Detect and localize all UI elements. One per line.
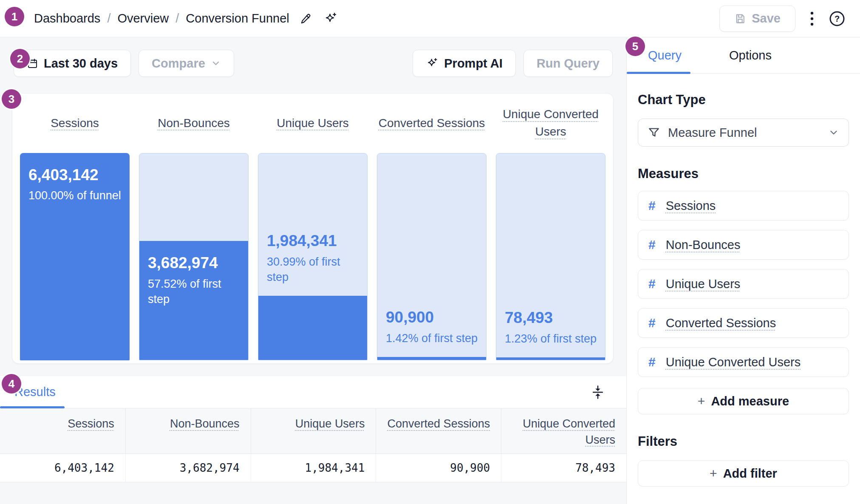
number-measure-icon: # [648,277,656,291]
number-measure-icon: # [648,316,656,330]
funnel-bar-labels: 1,984,341 30.99% of first step [267,232,362,285]
cell-unique-converted-users: 78,493 [501,454,626,482]
results-table-header-row: Sessions Non-Bounces Unique Users Conver… [0,408,626,454]
collapse-panel-icon[interactable] [591,385,604,399]
funnel-value: 3,682,974 [148,254,243,272]
prompt-ai-button[interactable]: Prompt AI [413,50,515,77]
chart-type-heading: Chart Type [638,92,849,108]
chevron-down-icon [828,127,839,138]
filters-heading: Filters [638,434,849,449]
breadcrumb-dashboards[interactable]: Dashboards [34,11,100,25]
funnel-step-label[interactable]: Non-Bounces [139,93,249,153]
funnel-step-non-bounces: Non-Bounces 3,682,974 57.52% of first st… [139,93,249,363]
number-measure-icon: # [648,355,656,369]
funnel-percent: 30.99% of first step [267,254,362,285]
svg-text:?: ? [835,14,840,23]
run-query-button[interactable]: Run Query [523,50,613,77]
measure-item-unique-converted-users[interactable]: # Unique Converted Users [638,347,849,377]
funnel-bar-labels: 78,493 1.23% of first step [505,309,600,346]
tab-query[interactable]: Query [648,48,682,62]
funnel-step-label[interactable]: Sessions [20,93,130,153]
breadcrumb: Dashboards / Overview / Conversion Funne… [34,11,289,25]
measure-item-sessions[interactable]: # Sessions [638,191,849,221]
tab-options[interactable]: Options [729,48,772,62]
top-header: Dashboards / Overview / Conversion Funne… [0,0,860,37]
plus-icon: + [710,466,717,481]
funnel-bar-labels: 3,682,974 57.52% of first step [148,254,243,307]
funnel-value: 1,984,341 [267,232,362,250]
funnel-step-unique-converted-users: Unique Converted Users 78,493 1.23% of f… [496,93,605,363]
cell-converted-sessions: 90,900 [376,454,501,482]
breadcrumb-current-page: Conversion Funnel [186,11,289,25]
column-header-non-bounces[interactable]: Non-Bounces [125,408,251,453]
breadcrumb-separator: / [175,11,179,25]
cell-non-bounces: 3,682,974 [125,454,251,482]
chart-type-value: Measure Funnel [668,126,757,140]
funnel-percent: 1.42% of first step [386,331,481,346]
add-measure-button[interactable]: + Add measure [638,388,849,414]
plus-icon: + [698,394,705,408]
funnel-bar-labels: 90,900 1.42% of first step [386,308,481,346]
results-section-header: Results [0,376,626,408]
funnel-step-label[interactable]: Unique Converted Users [496,93,605,153]
measure-item-non-bounces[interactable]: # Non-Bounces [638,230,849,260]
query-canvas: Last 30 days Compare Prompt AI Run Query [0,38,626,504]
funnel-chart-card: Sessions 6,403,142 100.00% of funnel Non… [12,93,614,364]
funnel-value: 6,403,142 [28,166,124,184]
measure-item-unique-users[interactable]: # Unique Users [638,269,849,299]
funnel-step-unique-users: Unique Users 1,984,341 30.99% of first s… [258,93,368,363]
add-filter-button[interactable]: + Add filter [638,460,849,487]
funnel-bar-fill [496,357,605,360]
kebab-menu-icon[interactable] [810,10,814,27]
breadcrumb-separator: / [107,11,110,25]
save-button[interactable]: Save [719,6,795,32]
funnel-step-label[interactable]: Unique Users [258,93,368,153]
breadcrumb-overview[interactable]: Overview [117,11,169,25]
funnel-step-sessions: Sessions 6,403,142 100.00% of funnel [20,93,130,363]
results-table-data-row: 6,403,142 3,682,974 1,984,341 90,900 78,… [0,454,626,482]
date-range-button[interactable]: Last 30 days [14,50,131,77]
chart-type-select[interactable]: Measure Funnel [638,119,849,147]
active-tab-indicator [627,72,690,74]
funnel-bar[interactable]: 90,900 1.42% of first step [377,153,487,360]
cell-sessions: 6,403,142 [0,454,125,482]
funnel-value: 90,900 [386,308,481,327]
funnel-bar[interactable]: 3,682,974 57.52% of first step [139,153,249,360]
annotation-badge-4: 4 [2,374,21,394]
funnel-bar[interactable]: 78,493 1.23% of first step [496,153,605,360]
annotation-badge-5: 5 [625,37,645,56]
column-header-converted-sessions[interactable]: Converted Sessions [376,408,501,453]
column-header-unique-converted-users[interactable]: Unique Converted Users [501,408,626,453]
help-icon[interactable]: ? [829,10,846,27]
column-header-sessions[interactable]: Sessions [0,408,125,453]
cell-unique-users: 1,984,341 [251,454,376,482]
annotation-badge-1: 1 [5,7,24,26]
number-measure-icon: # [648,198,656,213]
funnel-bar-labels: 6,403,142 100.00% of funnel [28,166,124,204]
funnel-bar[interactable]: 6,403,142 100.00% of funnel [20,153,130,360]
ai-sparkle-icon[interactable] [323,11,338,26]
app-window: Dashboards / Overview / Conversion Funne… [0,0,860,504]
compare-button[interactable]: Compare [139,50,234,77]
measures-heading: Measures [638,166,849,181]
panel-tabs: Query Options [627,38,860,74]
edit-title-pencil-icon[interactable] [300,12,312,25]
results-table: Sessions Non-Bounces Unique Users Conver… [0,408,626,482]
funnel-step-converted-sessions: Converted Sessions 90,900 1.42% of first… [377,93,487,363]
column-header-unique-users[interactable]: Unique Users [251,408,376,453]
funnel-bar[interactable]: 1,984,341 30.99% of first step [258,153,368,360]
funnel-percent: 57.52% of first step [148,276,243,307]
funnel-bar-fill [377,357,486,360]
funnel-bar-fill [258,296,367,360]
query-builder-panel: Query Options Chart Type Measure Funnel … [626,38,860,504]
funnel-step-label[interactable]: Converted Sessions [377,93,487,153]
annotation-badge-2: 2 [10,49,30,68]
number-measure-icon: # [648,238,656,252]
funnel-percent: 100.00% of funnel [28,188,124,203]
measure-item-converted-sessions[interactable]: # Converted Sessions [638,308,849,338]
query-toolbar: Last 30 days Compare Prompt AI Run Query [0,38,626,89]
funnel-value: 78,493 [505,309,600,327]
annotation-badge-3: 3 [2,89,21,109]
funnel-percent: 1.23% of first step [505,331,600,346]
